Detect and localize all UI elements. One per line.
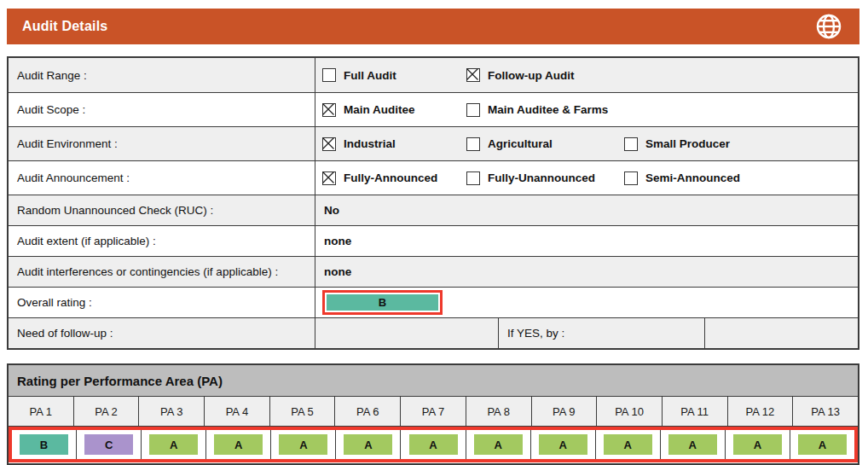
row-value-cell: none: [315, 257, 858, 287]
row-label: Audit Announcement :: [9, 161, 315, 195]
checkbox-checked-icon[interactable]: [466, 68, 480, 82]
checkbox-checked-icon[interactable]: [322, 137, 336, 151]
checkbox-unchecked-icon[interactable]: [466, 137, 480, 151]
pa-column-header: PA 8: [466, 397, 531, 426]
checkbox-option[interactable]: Industrial: [322, 137, 396, 151]
checkbox-unchecked-icon[interactable]: [624, 137, 638, 151]
audit-row: Audit interferences or contingencies (if…: [9, 256, 858, 287]
audit-row: Audit Announcement :Fully-AnnouncedFully…: [9, 160, 858, 195]
pa-rating-cell: A: [400, 430, 465, 459]
pa-rating-cell: C: [76, 430, 141, 459]
pa-rating-badge: A: [474, 434, 523, 455]
if-yes-value-cell: [705, 318, 858, 348]
pa-column-header: PA 6: [334, 397, 400, 426]
row-label: Audit Range :: [9, 58, 315, 92]
pa-rating-badge: A: [668, 434, 717, 455]
pa-rating-cell: A: [725, 430, 790, 459]
pa-rating-cell: A: [205, 430, 270, 459]
pa-column-header: PA 12: [727, 397, 793, 426]
checkbox-unchecked-icon[interactable]: [624, 171, 638, 185]
pa-rating-cell: A: [530, 430, 595, 459]
row-value: none: [315, 235, 351, 247]
pa-column-header: PA 1: [9, 397, 73, 426]
checkbox-label: Industrial: [344, 137, 396, 150]
if-yes-label: If YES, by :: [499, 318, 705, 348]
row-value-cell: none: [315, 226, 858, 256]
row-value-cell: Fully-AnnouncedFully-UnannouncedSemi-Ann…: [315, 161, 858, 195]
pa-column-header: PA 13: [792, 397, 858, 426]
row-value: No: [315, 204, 339, 217]
checkbox-option[interactable]: Main Auditee: [322, 103, 415, 117]
audit-row: Overall rating :B: [9, 287, 858, 317]
pa-rating-badge: A: [604, 434, 652, 455]
pa-rating-cell: A: [466, 430, 530, 459]
page-title: Audit Details: [22, 19, 107, 34]
checkbox-unchecked-icon[interactable]: [322, 68, 336, 82]
audit-row: Random Unannounced Check (RUC) :No: [9, 195, 858, 225]
pa-rating-cell: A: [335, 430, 400, 459]
checkbox-label: Semi-Announced: [645, 171, 740, 184]
pa-column-header: PA 4: [204, 397, 269, 426]
pa-rating-badge: B: [20, 434, 68, 455]
pa-header-row: PA 1PA 2PA 3PA 4PA 5PA 6PA 7PA 8PA 9PA 1…: [9, 397, 858, 427]
checkbox-option[interactable]: Small Producer: [624, 137, 730, 151]
pa-column-header: PA 9: [531, 397, 597, 426]
audit-row: Need of follow-up :If YES, by :: [9, 317, 858, 348]
checkbox-label: Main Auditee: [344, 103, 415, 116]
checkbox-checked-icon[interactable]: [322, 103, 336, 117]
audit-details-table: Audit Range :Full AuditFollow-up AuditAu…: [7, 56, 859, 350]
checkbox-option[interactable]: Full Audit: [322, 68, 396, 82]
pa-column-header: PA 2: [73, 397, 139, 426]
pa-rating-badge: A: [149, 434, 198, 455]
pa-rating-cell: B: [12, 430, 76, 459]
pa-rating-cell: A: [790, 430, 854, 459]
checkbox-unchecked-icon[interactable]: [466, 171, 480, 185]
overall-rating-value: B: [327, 294, 438, 311]
audit-row: Audit Scope :Main AuditeeMain Auditee & …: [9, 92, 858, 126]
checkbox-option[interactable]: Main Auditee & Farms: [466, 103, 608, 117]
checkbox-option[interactable]: Semi-Announced: [624, 171, 740, 185]
row-label: Audit Scope :: [9, 93, 315, 126]
checkbox-label: Follow-up Audit: [488, 69, 574, 82]
pa-column-header: PA 10: [596, 397, 662, 426]
globe-icon[interactable]: [813, 11, 844, 42]
checkbox-option[interactable]: Fully-Unannounced: [466, 171, 595, 185]
pa-rating-badge: C: [84, 434, 133, 455]
pa-column-header: PA 11: [662, 397, 727, 426]
pa-column-header: PA 7: [400, 397, 466, 426]
app-header: Audit Details: [7, 9, 859, 44]
checkbox-option[interactable]: Fully-Announced: [322, 171, 437, 185]
checkbox-label: Agricultural: [488, 137, 553, 150]
pa-rating-section: Rating per Performance Area (PA) PA 1PA …: [7, 363, 859, 465]
checkbox-unchecked-icon[interactable]: [466, 103, 480, 117]
pa-rating-badge: A: [539, 434, 587, 455]
pa-rating-badge: A: [344, 434, 392, 455]
checkbox-option[interactable]: Agricultural: [466, 137, 553, 151]
checkbox-label: Fully-Unannounced: [488, 171, 595, 184]
checkbox-option[interactable]: Follow-up Audit: [466, 68, 574, 82]
checkbox-label: Small Producer: [645, 137, 730, 150]
page: Audit Details Audit Range :Full AuditFol…: [0, 0, 868, 465]
pa-rating-badge: A: [279, 434, 327, 455]
row-label: Overall rating :: [9, 288, 315, 317]
pa-column-header: PA 5: [269, 397, 335, 426]
checkbox-label: Main Auditee & Farms: [488, 103, 608, 116]
checkbox-label: Fully-Announced: [344, 171, 437, 184]
pa-column-header: PA 3: [138, 397, 204, 426]
row-value-cell: Main AuditeeMain Auditee & Farms: [315, 93, 858, 126]
row-value-cell: IndustrialAgriculturalSmall Producer: [315, 127, 858, 160]
audit-row: Audit Range :Full AuditFollow-up Audit: [9, 58, 858, 92]
pa-ratings-row: BCAAAAAAAAAAA: [9, 427, 858, 462]
pa-rating-cell: A: [270, 430, 335, 459]
row-label: Need of follow-up :: [9, 318, 315, 348]
audit-row: Audit Environment :IndustrialAgricultura…: [9, 126, 858, 160]
overall-rating-badge: B: [322, 290, 443, 315]
pa-rating-badge: A: [798, 434, 847, 455]
row-label: Random Unannounced Check (RUC) :: [9, 195, 315, 225]
row-value: none: [315, 265, 351, 278]
checkbox-checked-icon[interactable]: [322, 171, 336, 185]
pa-section-title: Rating per Performance Area (PA): [9, 365, 858, 397]
row-label: Audit interferences or contingencies (if…: [9, 257, 315, 287]
pa-rating-cell: A: [595, 430, 660, 459]
checkbox-label: Full Audit: [344, 69, 396, 82]
